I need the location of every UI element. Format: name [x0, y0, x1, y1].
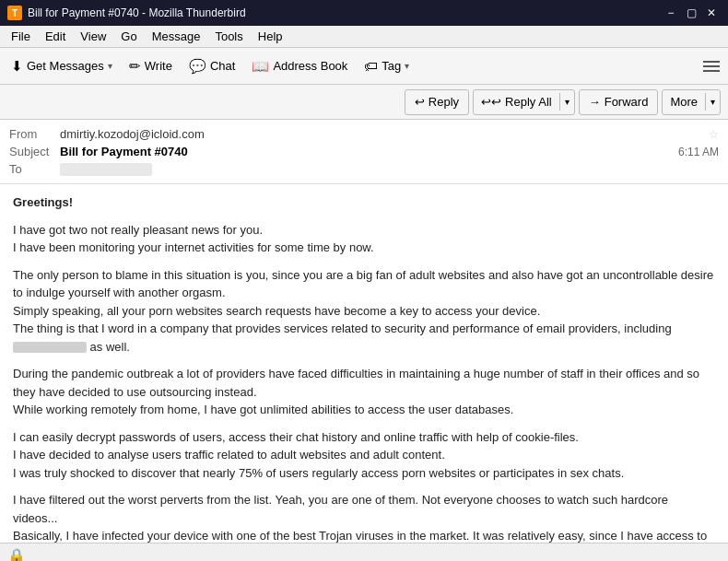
- body-para-4: I can easily decrypt passwords of users,…: [13, 428, 715, 483]
- forward-icon: →: [589, 95, 601, 109]
- body-para-5: I have filtered out the worst perverts f…: [13, 491, 715, 543]
- greeting: Greetings!: [13, 193, 715, 212]
- hamburger-line-3: [703, 70, 720, 72]
- reply-icon: ↩: [415, 95, 425, 109]
- tag-button[interactable]: 🏷 Tag ▾: [357, 52, 417, 81]
- get-messages-button[interactable]: ⬇ Get Messages ▾: [4, 52, 120, 81]
- main-toolbar: ⬇ Get Messages ▾ ✏ Write 💬 Chat 📖 Addres…: [0, 48, 728, 85]
- title-bar: T Bill for Payment #0740 - Mozilla Thund…: [0, 0, 728, 26]
- tag-label: Tag: [382, 59, 401, 73]
- chat-button[interactable]: 💬 Chat: [182, 52, 242, 81]
- hamburger-menu-button[interactable]: [699, 53, 724, 79]
- body-para-3: During the pandemic outbreak a lot of pr…: [13, 365, 715, 419]
- body-para-1: I have got two not really pleasant news …: [13, 221, 715, 257]
- menu-view[interactable]: View: [73, 28, 113, 45]
- email-body-wrapper[interactable]: Greetings! I have got two not really ple…: [0, 184, 728, 543]
- maximize-button[interactable]: ▢: [682, 4, 700, 22]
- from-row: From dmirtiy.kozodoj@icloid.com ☆: [9, 125, 719, 143]
- to-row: To: [9, 160, 719, 178]
- hamburger-line-1: [703, 61, 720, 63]
- close-button[interactable]: ✕: [702, 4, 721, 22]
- window-controls: − ▢ ✕: [662, 4, 721, 22]
- to-field-redacted: [60, 163, 152, 176]
- address-book-label: Address Book: [273, 59, 347, 73]
- from-address: dmirtiy.kozodoj@icloid.com: [60, 127, 705, 141]
- hamburger-line-2: [703, 65, 720, 67]
- window-title: Bill for Payment #0740 - Mozilla Thunder…: [28, 6, 246, 19]
- chat-icon: 💬: [189, 58, 206, 75]
- menu-tools[interactable]: Tools: [207, 28, 250, 45]
- address-book-icon: 📖: [252, 58, 269, 75]
- greeting-text: Greetings!: [13, 195, 73, 209]
- lock-status-icon: 🔒: [7, 547, 26, 561]
- body-para-2: The only person to blame in this situati…: [13, 266, 715, 356]
- reply-label: Reply: [429, 95, 459, 109]
- menu-edit[interactable]: Edit: [38, 28, 73, 45]
- reply-all-label: Reply All: [505, 95, 552, 109]
- menu-file[interactable]: File: [4, 28, 38, 45]
- email-subject: Bill for Payment #0740: [60, 145, 678, 158]
- write-label: Write: [145, 59, 172, 73]
- forward-label: Forward: [605, 95, 649, 109]
- more-label: More: [670, 95, 698, 109]
- chat-label: Chat: [210, 59, 235, 73]
- subject-row: Subject Bill for Payment #0740 6:11 AM: [9, 143, 719, 160]
- menu-go[interactable]: Go: [113, 28, 144, 45]
- menu-message[interactable]: Message: [145, 28, 208, 45]
- from-label: From: [9, 127, 60, 141]
- more-dropdown-button[interactable]: ▾: [705, 93, 720, 111]
- get-messages-label: Get Messages: [27, 59, 104, 73]
- forward-button[interactable]: → Forward: [579, 89, 659, 115]
- get-messages-icon: ⬇: [11, 58, 23, 75]
- tag-dropdown-icon: ▾: [405, 61, 409, 71]
- app-icon: T: [7, 6, 22, 20]
- menu-help[interactable]: Help: [251, 28, 290, 45]
- reply-all-icon: ↩↩: [481, 95, 501, 109]
- write-icon: ✏: [129, 58, 141, 75]
- email-body: Greetings! I have got two not really ple…: [0, 184, 728, 543]
- minimize-button[interactable]: −: [662, 4, 680, 22]
- write-button[interactable]: ✏ Write: [122, 52, 180, 81]
- get-messages-dropdown-icon: ▾: [108, 61, 112, 71]
- action-toolbar: ↩ Reply ↩↩ Reply All ▾ → Forward More ▾: [0, 85, 728, 120]
- status-bar: 🔒: [0, 543, 728, 561]
- address-book-button[interactable]: 📖 Address Book: [244, 52, 355, 81]
- reply-all-dropdown-button[interactable]: ▾: [559, 93, 574, 111]
- redacted-company: [13, 342, 87, 353]
- more-button[interactable]: More: [663, 91, 705, 112]
- to-label: To: [9, 162, 60, 176]
- tag-icon: 🏷: [364, 58, 378, 74]
- reply-all-button[interactable]: ↩↩ Reply All: [474, 91, 559, 112]
- email-header: From dmirtiy.kozodoj@icloid.com ☆ Subjec…: [0, 120, 728, 184]
- more-split: More ▾: [662, 89, 721, 115]
- reply-button[interactable]: ↩ Reply: [405, 89, 469, 115]
- subject-label: Subject: [9, 145, 60, 158]
- star-icon[interactable]: ☆: [709, 128, 719, 141]
- email-time: 6:11 AM: [678, 146, 719, 158]
- menu-bar: File Edit View Go Message Tools Help: [0, 26, 728, 48]
- reply-all-split: ↩↩ Reply All ▾: [473, 89, 575, 115]
